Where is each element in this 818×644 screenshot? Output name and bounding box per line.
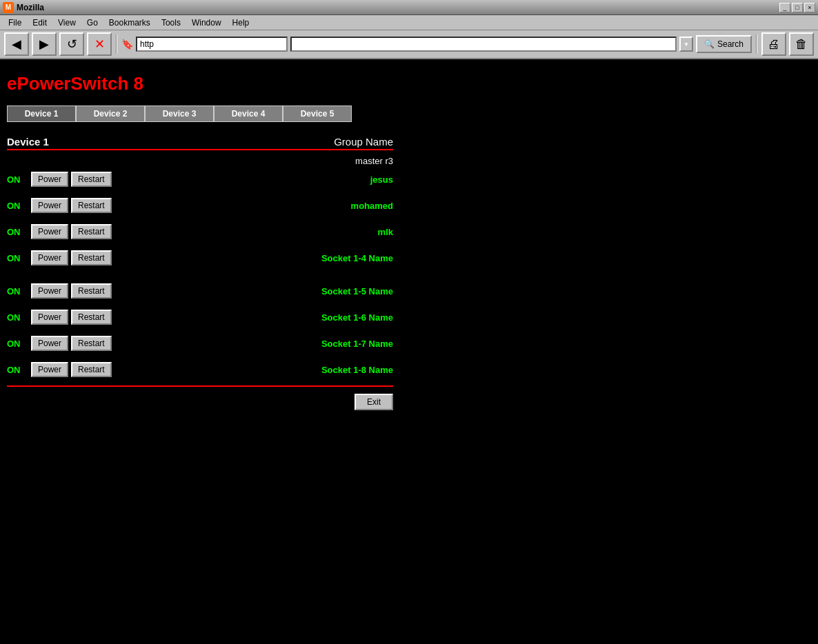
master-row: master r3 [7, 156, 393, 166]
socket-row-5: ON Power Restart Socket 1-5 Name [7, 281, 393, 301]
trash-button[interactable]: 🗑 [789, 32, 814, 56]
device-tabs: Device 1 Device 2 Device 3 Device 4 Devi… [7, 105, 811, 122]
socket-power-btn-4[interactable]: Power [31, 250, 68, 265]
device-header: Device 1 Group Name [7, 136, 393, 148]
socket-status-4: ON [7, 253, 31, 263]
socket-row-7: ON Power Restart Socket 1-7 Name [7, 333, 393, 354]
title-bar: M Mozilla _ □ × [0, 0, 818, 15]
app-title-plain: ePower [7, 73, 71, 94]
title-bar-left: M Mozilla [3, 2, 44, 13]
socket-row-1: ON Power Restart jesus [7, 169, 393, 190]
master-name: master r3 [355, 156, 393, 166]
search-button[interactable]: 🔍 Search [696, 35, 752, 53]
print-button[interactable]: 🖨 [761, 32, 786, 56]
reload-button[interactable]: ↺ [59, 32, 84, 56]
socket-power-btn-7[interactable]: Power [31, 336, 68, 351]
menu-edit[interactable]: Edit [27, 17, 52, 29]
socket-power-btn-8[interactable]: Power [31, 362, 68, 377]
menu-bar: File Edit View Go Bookmarks Tools Window… [0, 15, 818, 30]
close-button[interactable]: × [804, 3, 815, 12]
socket-power-btn-2[interactable]: Power [31, 198, 68, 213]
address-bar: 🔖 ▼ [121, 37, 693, 52]
exit-row: Exit [7, 394, 393, 410]
socket-row-2: ON Power Restart mohamed [7, 195, 393, 216]
stop-button[interactable]: ✕ [87, 32, 112, 56]
device-name: Device 1 [7, 136, 49, 148]
forward-button[interactable]: ▶ [32, 32, 57, 56]
socket-row-4: ON Power Restart Socket 1-4 Name [7, 248, 393, 268]
socket-row-6: ON Power Restart Socket 1-6 Name [7, 307, 393, 328]
socket-name-6: Socket 1-6 Name [321, 312, 393, 323]
menu-file[interactable]: File [3, 17, 27, 29]
toolbar: ◀ ▶ ↺ ✕ 🔖 ▼ 🔍 Search 🖨 🗑 [0, 30, 818, 59]
maximize-button[interactable]: □ [792, 3, 803, 12]
gap-row [7, 274, 393, 281]
socket-restart-btn-6[interactable]: Restart [71, 310, 112, 325]
socket-restart-btn-4[interactable]: Restart [71, 250, 112, 265]
back-button[interactable]: ◀ [4, 32, 29, 56]
search-label: Search [717, 39, 744, 49]
tab-device-2[interactable]: Device 2 [76, 105, 145, 122]
socket-status-2: ON [7, 201, 31, 211]
app-title-red: Switch [71, 73, 129, 94]
menu-window[interactable]: Window [186, 17, 227, 29]
socket-status-7: ON [7, 339, 31, 349]
title-bar-controls: _ □ × [779, 3, 815, 12]
header-divider [7, 149, 393, 150]
socket-power-btn-5[interactable]: Power [31, 283, 68, 299]
socket-power-btn-3[interactable]: Power [31, 224, 68, 239]
device-section: Device 1 Group Name master r3 ON Power R… [7, 136, 393, 410]
socket-row-8: ON Power Restart Socket 1-8 Name [7, 359, 393, 380]
toolbar-separator [116, 34, 117, 54]
socket-power-btn-6[interactable]: Power [31, 310, 68, 325]
socket-restart-btn-7[interactable]: Restart [71, 336, 112, 351]
app-title-num: 8 [128, 73, 143, 94]
socket-name-7: Socket 1-7 Name [321, 339, 393, 349]
menu-help[interactable]: Help [227, 17, 255, 29]
footer-divider [7, 385, 393, 387]
address-icon: 🔖 [121, 39, 133, 50]
socket-restart-btn-2[interactable]: Restart [71, 198, 112, 213]
address-input[interactable] [136, 37, 288, 52]
tab-device-3[interactable]: Device 3 [145, 105, 214, 122]
url-input[interactable] [290, 37, 677, 52]
url-dropdown[interactable]: ▼ [679, 37, 693, 52]
exit-button[interactable]: Exit [355, 394, 393, 410]
socket-row-3: ON Power Restart mlk [7, 221, 393, 242]
socket-status-1: ON [7, 174, 31, 185]
menu-tools[interactable]: Tools [156, 17, 186, 29]
socket-name-1: jesus [370, 174, 393, 185]
tab-device-5[interactable]: Device 5 [283, 105, 352, 122]
socket-status-5: ON [7, 286, 31, 296]
socket-status-8: ON [7, 365, 31, 375]
window-title: Mozilla [17, 3, 44, 12]
app-title: ePowerSwitch 8 [7, 73, 811, 94]
socket-status-3: ON [7, 227, 31, 237]
socket-name-5: Socket 1-5 Name [321, 286, 393, 296]
socket-name-2: mohamed [351, 201, 393, 211]
minimize-button[interactable]: _ [779, 3, 790, 12]
socket-restart-btn-5[interactable]: Restart [71, 283, 112, 299]
socket-power-btn-1[interactable]: Power [31, 172, 68, 187]
socket-restart-btn-1[interactable]: Restart [71, 172, 112, 187]
menu-view[interactable]: View [52, 17, 81, 29]
socket-restart-btn-3[interactable]: Restart [71, 224, 112, 239]
tab-device-1[interactable]: Device 1 [7, 105, 76, 122]
page-content: ePowerSwitch 8 Device 1 Device 2 Device … [0, 59, 818, 644]
group-name-label: Group Name [334, 136, 393, 148]
tab-device-4[interactable]: Device 4 [214, 105, 283, 122]
search-icon: 🔍 [704, 39, 715, 49]
socket-name-4: Socket 1-4 Name [321, 253, 393, 263]
menu-bookmarks[interactable]: Bookmarks [103, 17, 156, 29]
socket-restart-btn-8[interactable]: Restart [71, 362, 112, 377]
socket-name-3: mlk [378, 227, 393, 237]
socket-status-6: ON [7, 312, 31, 323]
toolbar-separator-2 [756, 34, 757, 54]
menu-go[interactable]: Go [81, 17, 103, 29]
app-icon: M [3, 2, 14, 13]
socket-name-8: Socket 1-8 Name [321, 365, 393, 375]
